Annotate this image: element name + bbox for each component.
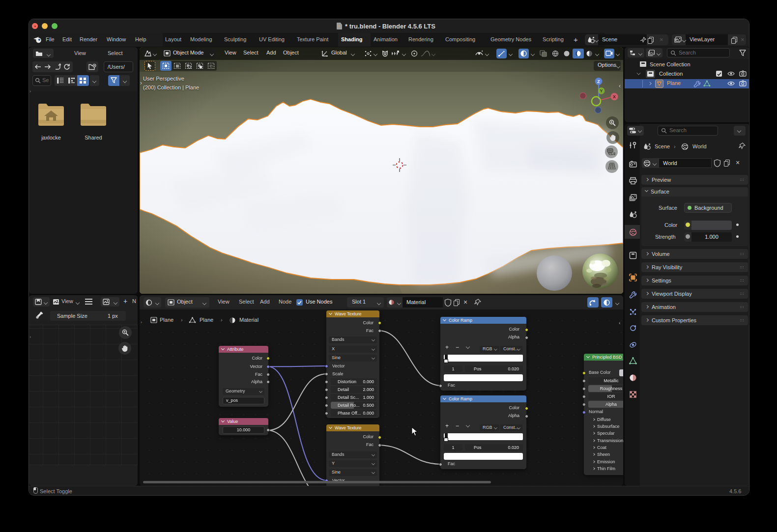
svg-text:X: X bbox=[613, 94, 616, 99]
svg-text:Z: Z bbox=[597, 79, 600, 84]
svg-text:Y: Y bbox=[600, 88, 603, 93]
